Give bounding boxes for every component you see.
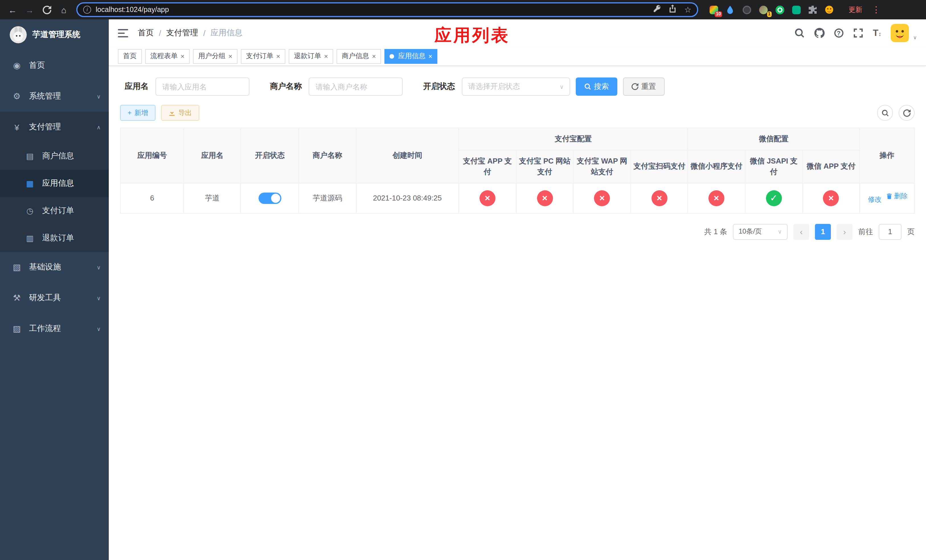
sidebar-item-workflow[interactable]: ▨ 工作流程 ∨: [0, 313, 109, 344]
font-size-icon[interactable]: T↕: [873, 28, 881, 38]
browser-menu-icon[interactable]: ⋮: [872, 5, 881, 15]
sidebar-item-home[interactable]: ◉ 首页: [0, 50, 109, 81]
app-name-input[interactable]: [156, 77, 250, 96]
tab-app-info[interactable]: 应用信息 ×: [384, 49, 437, 64]
sidebar-item-label: 工作流程: [29, 324, 61, 334]
goto-page-input[interactable]: [879, 224, 902, 239]
card-icon: ▤: [25, 151, 35, 160]
status-select[interactable]: 请选择开启状态 ∨: [462, 77, 570, 96]
delete-link[interactable]: 删除: [886, 192, 908, 201]
reload-icon[interactable]: [40, 3, 53, 17]
info-icon[interactable]: i: [83, 6, 91, 14]
edit-link-label: 修改: [868, 195, 882, 204]
prev-page-button[interactable]: ‹: [793, 224, 809, 239]
close-icon[interactable]: ×: [228, 53, 232, 59]
tab-home[interactable]: 首页: [118, 49, 142, 64]
breadcrumb-separator: /: [159, 29, 161, 38]
back-icon[interactable]: ←: [6, 3, 20, 17]
sidebar-item-infrastructure[interactable]: ▧ 基础设施 ∨: [0, 252, 109, 283]
next-page-button[interactable]: ›: [837, 224, 853, 239]
add-button[interactable]: + 新增: [120, 105, 156, 121]
extension-icon-6[interactable]: [791, 5, 801, 15]
table-toolbar: + 新增 导出: [120, 105, 915, 121]
export-button-label: 导出: [178, 108, 192, 118]
update-button[interactable]: 更新: [843, 3, 867, 17]
close-icon[interactable]: ×: [324, 53, 328, 59]
close-icon[interactable]: ×: [428, 53, 432, 59]
sidebar-item-label: 支付管理: [29, 122, 61, 132]
col-header-alipay-qr: 支付宝扫码支付: [631, 150, 688, 183]
tab-label: 首页: [123, 51, 137, 61]
search-button-label: 搜索: [594, 82, 609, 92]
status-select-placeholder: 请选择开启状态: [468, 82, 520, 92]
status-toggle[interactable]: [259, 192, 281, 204]
chevron-down-icon: ∨: [97, 295, 101, 301]
extension-icon-5[interactable]: [775, 5, 785, 15]
tab-label: 支付订单: [246, 51, 273, 61]
col-header-created: 创建时间: [356, 128, 459, 183]
extensions-area: 10 1: [708, 5, 834, 15]
refresh-table-button[interactable]: [899, 105, 915, 121]
sidebar-item-refund-order[interactable]: ▥ 退款订单: [0, 224, 109, 252]
tab-merchant-info[interactable]: 商户信息 ×: [337, 49, 381, 64]
home-icon[interactable]: ⌂: [57, 3, 71, 17]
key-icon[interactable]: [654, 5, 661, 15]
share-icon[interactable]: [669, 5, 677, 15]
tab-label: 应用信息: [398, 51, 425, 61]
github-icon[interactable]: [814, 28, 825, 38]
tab-user-group[interactable]: 用户分组 ×: [193, 49, 238, 64]
url-bar[interactable]: i localhost:1024/pay/app ☆: [76, 2, 698, 17]
gear-icon: ⚙: [12, 91, 22, 101]
merchant-name-input[interactable]: [309, 77, 402, 96]
col-header-status: 开启状态: [241, 128, 299, 183]
search-icon[interactable]: [794, 28, 804, 38]
user-avatar[interactable]: [891, 24, 909, 42]
reset-button[interactable]: 重置: [623, 77, 664, 96]
close-icon[interactable]: ×: [276, 53, 280, 59]
fullscreen-icon[interactable]: [853, 28, 863, 38]
sidebar-item-system[interactable]: ⚙ 系统管理 ∨: [0, 81, 109, 112]
hamburger-icon[interactable]: [118, 29, 128, 37]
cell-merchant: 芋道源码: [299, 183, 356, 213]
extension-icon-3[interactable]: [741, 5, 752, 15]
extension-icon-2[interactable]: [725, 5, 735, 15]
tab-process-form[interactable]: 流程表单 ×: [145, 49, 190, 64]
sidebar-item-devtools[interactable]: ⚒ 研发工具 ∨: [0, 283, 109, 313]
page-size-select[interactable]: 10条/页 ∨: [733, 224, 788, 239]
forward-icon[interactable]: →: [23, 3, 36, 17]
toggle-search-button[interactable]: [877, 105, 893, 121]
edit-link[interactable]: 修改: [866, 195, 882, 204]
profile-extension-icon[interactable]: 1: [758, 5, 768, 15]
breadcrumb-home[interactable]: 首页: [138, 28, 154, 38]
page-content: 应用名 商户名称 开启状态 请选择开启状态 ∨ 搜索: [109, 66, 926, 560]
sidebar-item-label: 支付订单: [42, 206, 74, 216]
profile-badge: 1: [767, 11, 772, 17]
export-button[interactable]: 导出: [161, 105, 199, 121]
bookmark-star-icon[interactable]: ☆: [684, 5, 691, 14]
goto-label: 前往: [858, 227, 873, 237]
sidebar-item-app-info[interactable]: ▦ 应用信息: [0, 170, 109, 197]
tab-pay-order[interactable]: 支付订单 ×: [241, 49, 285, 64]
sidebar-item-merchant-info[interactable]: ▤ 商户信息: [0, 142, 109, 170]
col-header-wechat-app: 微信 APP 支付: [802, 150, 859, 183]
sidebar-item-payment[interactable]: ¥ 支付管理 ∧: [0, 112, 109, 142]
sidebar-item-label: 基础设施: [29, 262, 61, 272]
add-button-label: 新增: [135, 108, 148, 118]
breadcrumb-payment[interactable]: 支付管理: [166, 28, 198, 38]
extension-icon-7[interactable]: [808, 5, 818, 15]
table-row: 6 芋道 芋道源码 2021-10-23 08:49:25 × × × × × …: [121, 183, 914, 213]
status-label: 开启状态: [423, 82, 455, 92]
extension-icon-8[interactable]: [824, 5, 834, 15]
sidebar-item-pay-order[interactable]: ◷ 支付订单: [0, 197, 109, 224]
close-icon[interactable]: ×: [372, 53, 376, 59]
tab-refund-order[interactable]: 退款订单 ×: [289, 49, 333, 64]
extension-icon-1[interactable]: 10: [708, 5, 719, 15]
page-number-button[interactable]: 1: [815, 224, 831, 239]
search-button[interactable]: 搜索: [576, 77, 617, 96]
delete-link-label: 删除: [894, 192, 908, 201]
cell-created-time: 2021-10-23 08:49:25: [356, 183, 459, 213]
avatar-caret-icon[interactable]: ∨: [913, 35, 917, 41]
help-icon[interactable]: ?: [834, 29, 843, 38]
breadcrumb-separator: /: [203, 29, 206, 38]
close-icon[interactable]: ×: [180, 53, 185, 59]
